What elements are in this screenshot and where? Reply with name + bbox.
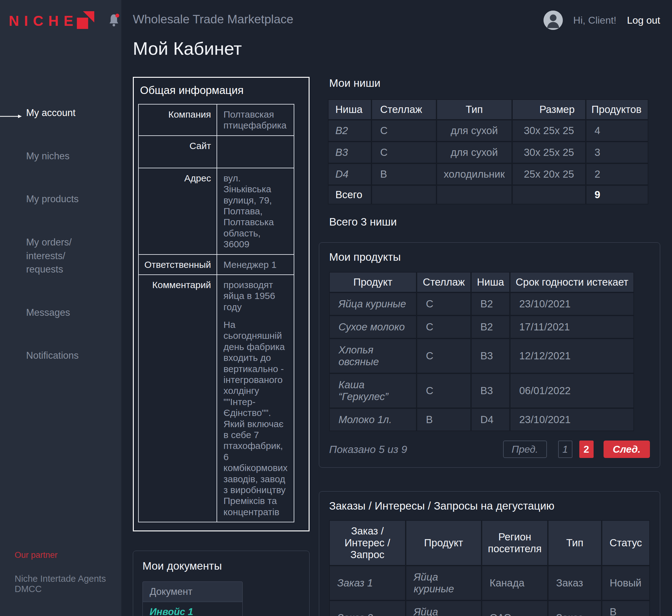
cell-size: 25x 20x 25: [512, 163, 586, 185]
table-row: Сухое молоко C B2 17/11/2021: [329, 315, 634, 338]
cell-rack: C: [371, 142, 436, 163]
cell-region: Канада: [482, 566, 548, 600]
col-header-rack: Стеллаж: [417, 272, 471, 292]
niche-link[interactable]: B3: [328, 142, 371, 163]
cell-rack: C: [417, 373, 471, 408]
next-page-button[interactable]: След.: [604, 441, 650, 458]
table-row: B3 C для сухой 30x 25x 25 3: [328, 142, 648, 163]
total-label: Всего: [328, 185, 371, 204]
general-info-panel: Общая информация Компания Полтавская пти…: [133, 77, 310, 531]
orders-table: Заказ / Интерес / Запрос Продукт Регион …: [329, 520, 650, 616]
partner-name: Niche Intertade Agents DMCC: [15, 574, 121, 594]
table-row: Яйца куриные C B2 23/10/2021: [329, 292, 634, 315]
cell-size: 30x 25x 25: [512, 120, 586, 142]
documents-panel: Мои документы Документ Инвойс 1 Договор …: [133, 551, 310, 616]
user-greeting: Hi, Client!: [573, 15, 617, 26]
logo[interactable]: NICHE: [0, 0, 121, 30]
content-columns: Общая информация Компания Полтавская пти…: [133, 77, 660, 616]
col-header-niche: Ниша: [471, 272, 510, 292]
sidebar-item-label: My account: [26, 107, 76, 118]
info-label-site: Сайт: [138, 136, 217, 168]
table-row: Ответственный Менеджер 1: [138, 254, 294, 275]
sidebar-item-label: My orders/ interests/ requests: [26, 237, 72, 275]
sidebar-item-my-orders[interactable]: My orders/ interests/ requests: [0, 222, 121, 276]
sidebar-item-my-products[interactable]: My products: [0, 179, 121, 206]
notification-dot: [115, 14, 119, 18]
info-value-comment: производят яйца в 1956 году На сьогодняш…: [217, 275, 294, 522]
products-panel: Мои продукты Продукт Стеллаж Ниша Срок г…: [319, 242, 660, 468]
col-header-product: Продукт: [406, 520, 482, 566]
sidebar-nav: My account My niches My products My orde…: [0, 79, 121, 362]
status-badge: В работе: [602, 600, 650, 616]
partner-label: Our partner: [15, 550, 121, 560]
product-link[interactable]: Каша “Геркулес”: [329, 373, 417, 408]
products-pagination-row: Показано 5 из 9 Пред. 1 2 След.: [329, 441, 650, 458]
page-1-button[interactable]: 1: [558, 441, 572, 458]
product-link[interactable]: Молоко 1л.: [329, 408, 417, 431]
cell-products-count: 4: [586, 120, 648, 142]
cell-type: холодильник: [436, 163, 512, 185]
product-link[interactable]: Хлопья овсяные: [329, 338, 417, 373]
cell-expiry-date: 12/12/2021: [510, 338, 634, 373]
cell-region: ОАЭ: [482, 600, 548, 616]
cell-type: Заказ: [548, 566, 601, 600]
product-link[interactable]: Яйца куриные: [329, 292, 417, 315]
logo-text: NICHE: [9, 14, 78, 28]
cell-niche: B2: [471, 315, 510, 338]
empty-cell: [436, 185, 512, 204]
table-header-row: Заказ / Интерес / Запрос Продукт Регион …: [329, 520, 650, 566]
table-row: Компания Полтавская птицефабрика: [138, 104, 294, 136]
table-row: Сайт: [138, 136, 294, 168]
active-item-arrow-icon: [0, 96, 22, 123]
cell-expiry-date: 23/10/2021: [510, 408, 634, 431]
info-value-manager: Менеджер 1: [217, 254, 294, 275]
col-header-type: Тип: [436, 99, 512, 120]
bell-icon[interactable]: [108, 13, 120, 28]
avatar[interactable]: [544, 11, 563, 30]
table-total-row: Всего 9: [328, 185, 648, 204]
sidebar-item-my-account[interactable]: My account: [0, 79, 121, 119]
empty-cell: [512, 185, 586, 204]
cell-niche: D4: [471, 408, 510, 431]
sidebar-item-notifications[interactable]: Notifications: [0, 335, 121, 362]
cell-niche: B3: [471, 338, 510, 373]
document-link-invoice[interactable]: Инвойс 1: [142, 602, 243, 616]
order-link[interactable]: Заказ 1: [329, 566, 406, 600]
cell-expiry-date: 06/01/2022: [510, 373, 634, 408]
col-header-products-count: Продуктов: [586, 99, 648, 120]
cell-rack: C: [417, 315, 471, 338]
col-header-order-interest-request: Заказ / Интерес / Запрос: [329, 520, 406, 566]
cell-rack: C: [371, 120, 436, 142]
table-row: D4 B холодильник 25x 20x 25 2: [328, 163, 648, 185]
sidebar-footer: Our partner Niche Intertade Agents DMCC: [15, 550, 121, 594]
col-header-expiry: Срок годности истекает: [510, 272, 634, 292]
info-label-manager: Ответственный: [138, 254, 217, 275]
topbar: Wholesale Trade Marketplace Hi, Client! …: [133, 12, 660, 30]
niches-title: Мои ниши: [319, 77, 660, 89]
logout-button[interactable]: Log out: [627, 15, 660, 26]
page-2-button[interactable]: 2: [579, 441, 594, 458]
sidebar-item-label: My products: [26, 194, 79, 204]
niche-link[interactable]: B2: [328, 120, 371, 142]
col-header-status: Статус: [602, 520, 650, 566]
order-link[interactable]: Заказ 2: [329, 600, 406, 616]
table-row: Каша “Геркулес” C B3 06/01/2022: [329, 373, 634, 408]
product-link[interactable]: Сухое молоко: [329, 315, 417, 338]
niches-table: Ниша Стеллаж Тип Размер Продуктов B2 C д…: [328, 99, 648, 204]
documents-column-header: Документ: [142, 581, 243, 602]
cell-niche: B3: [471, 373, 510, 408]
col-header-type: Тип: [548, 520, 601, 566]
table-header-row: Продукт Стеллаж Ниша Срок годности истек…: [329, 272, 634, 292]
niche-link[interactable]: D4: [328, 163, 371, 185]
right-column: Мои ниши Ниша Стеллаж Тип Размер Продукт…: [319, 77, 660, 616]
product-link[interactable]: Яйца куриные: [406, 566, 482, 600]
cell-expiry-date: 23/10/2021: [510, 292, 634, 315]
total-products-count: 9: [586, 185, 648, 204]
product-link[interactable]: Яйца куриные: [406, 600, 482, 616]
cell-rack: C: [417, 292, 471, 315]
sidebar-item-my-niches[interactable]: My niches: [0, 136, 121, 163]
left-column: Общая информация Компания Полтавская пти…: [133, 77, 310, 616]
info-value-address: вул. Зіньківська вулиця, 79, Полтава, По…: [217, 168, 294, 254]
sidebar-item-messages[interactable]: Messages: [0, 292, 121, 319]
prev-page-button[interactable]: Пред.: [503, 441, 547, 458]
